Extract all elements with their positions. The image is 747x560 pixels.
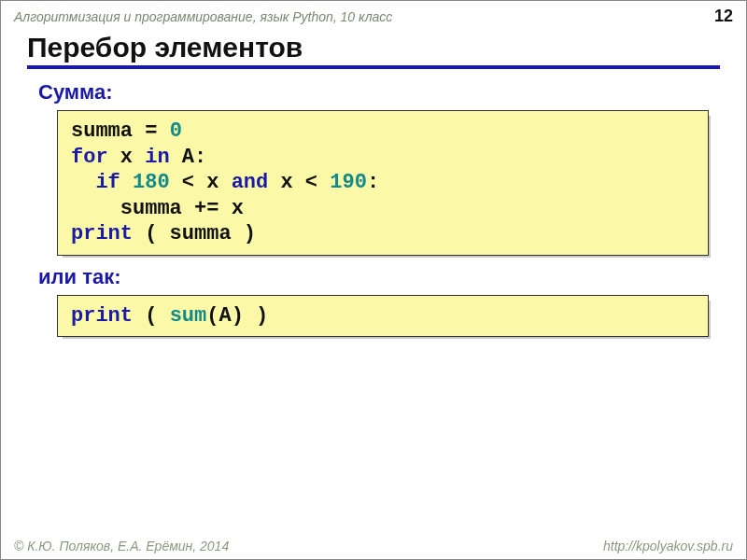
slide-footer: © К.Ю. Поляков, Е.А. Ерёмин, 2014 http:/… — [14, 539, 733, 553]
code-number: 190 — [330, 171, 367, 194]
code-text: x — [108, 146, 146, 169]
code-keyword: and — [232, 171, 269, 194]
code-keyword: for — [71, 146, 108, 169]
code-text — [120, 171, 133, 194]
code-number: 0 — [170, 119, 182, 143]
code-text: < x — [170, 171, 232, 194]
code-keyword: print — [71, 222, 133, 245]
code-text — [71, 171, 95, 194]
code-number: 180 — [133, 171, 170, 194]
label-or: или так: — [38, 265, 709, 289]
slide-header: Алгоритмизация и программирование, язык … — [1, 1, 746, 26]
code-text: ( summa ) — [133, 222, 256, 245]
code-text: (A) ) — [206, 304, 268, 328]
label-sum: Сумма: — [38, 80, 709, 105]
page-title: Перебор элементов — [27, 32, 720, 69]
source-url: http://kpolyakov.spb.ru — [603, 539, 733, 553]
code-text: : — [367, 171, 379, 194]
code-text: ( — [133, 304, 170, 328]
code-content-1: summa = 0 for x in A: if 180 < x and x <… — [57, 110, 709, 256]
code-keyword: if — [95, 171, 120, 194]
code-block-2: print ( sum(A) ) — [57, 295, 709, 338]
code-text: A: — [170, 146, 207, 169]
slide: Алгоритмизация и программирование, язык … — [0, 0, 747, 560]
copyright: © К.Ю. Поляков, Е.А. Ерёмин, 2014 — [14, 539, 229, 553]
code-keyword: print — [71, 304, 133, 328]
code-block-1: summa = 0 for x in A: if 180 < x and x <… — [57, 110, 709, 256]
code-text: summa += x — [71, 197, 244, 220]
page-number: 12 — [714, 7, 733, 26]
course-title: Алгоритмизация и программирование, язык … — [14, 9, 392, 24]
code-text: x < — [268, 171, 330, 194]
content-area: Сумма: summa = 0 for x in A: if 180 < x … — [1, 69, 746, 337]
code-keyword: in — [145, 146, 169, 169]
code-content-2: print ( sum(A) ) — [57, 295, 709, 338]
code-text: summa = — [71, 119, 170, 143]
code-function: sum — [170, 304, 207, 328]
